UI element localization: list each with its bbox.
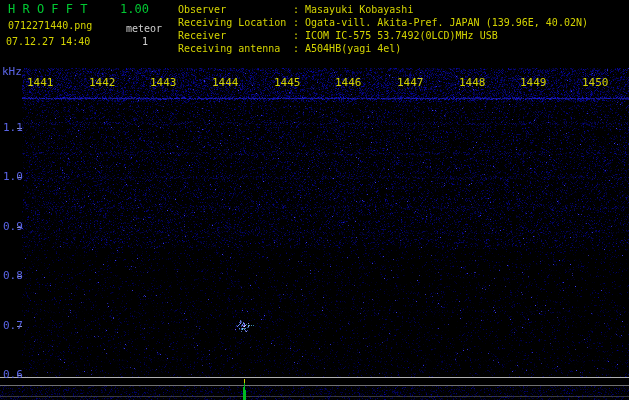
mode-label: meteor xyxy=(126,24,162,34)
freq-tick-label: 0.8 xyxy=(3,270,23,281)
info-separator: : xyxy=(293,29,299,42)
freq-axis-unit: kHz xyxy=(2,66,22,77)
info-separator: : xyxy=(293,16,299,29)
app-title: H R O F F T xyxy=(8,3,87,15)
hrofft-screen: H R O F F T 1.00 0712271440.png meteor 1… xyxy=(0,0,629,400)
time-tick-label: 1442 xyxy=(89,77,116,88)
datetime-label: 07.12.27 14:40 xyxy=(6,37,90,47)
meteor-count: 1 xyxy=(142,37,148,47)
info-value: Ogata-vill. Akita-Pref. JAPAN (139.96E, … xyxy=(305,17,588,28)
time-tick-label: 1443 xyxy=(150,77,177,88)
info-value: Masayuki Kobayashi xyxy=(305,4,413,15)
time-tick-label: 1447 xyxy=(397,77,424,88)
time-tick-label: 1445 xyxy=(274,77,301,88)
info-row-location: Receiving Location:Ogata-vill. Akita-Pre… xyxy=(178,16,588,29)
output-filename: 0712271440.png xyxy=(8,21,92,31)
info-row-antenna: Receiving antenna:A504HB(yagi 4el) xyxy=(178,42,588,55)
freq-tick-label: 1.1 xyxy=(3,122,23,133)
time-tick-label: 1446 xyxy=(335,77,362,88)
app-version: 1.00 xyxy=(120,3,149,15)
info-label: Receiving Location xyxy=(178,16,293,29)
info-value: A504HB(yagi 4el) xyxy=(305,43,401,54)
info-row-observer: Observer:Masayuki Kobayashi xyxy=(178,3,588,16)
info-value: ICOM IC-575 53.7492(0LCD)MHz USB xyxy=(305,30,498,41)
info-label: Receiving antenna xyxy=(178,42,293,55)
info-label: Receiver xyxy=(178,29,293,42)
spectrogram-canvas xyxy=(0,0,629,400)
station-info: Observer:Masayuki Kobayashi Receiving Lo… xyxy=(178,3,588,55)
freq-tick-label: 1.0 xyxy=(3,171,23,182)
time-tick-label: 1441 xyxy=(27,77,54,88)
info-label: Observer xyxy=(178,3,293,16)
time-tick-label: 1449 xyxy=(520,77,547,88)
info-row-receiver: Receiver:ICOM IC-575 53.7492(0LCD)MHz US… xyxy=(178,29,588,42)
freq-tick-label: 0.7 xyxy=(3,320,23,331)
freq-tick-label: 0.9 xyxy=(3,221,23,232)
time-tick-label: 1450 xyxy=(582,77,609,88)
info-separator: : xyxy=(293,3,299,16)
freq-tick-label: 0.6 xyxy=(3,369,23,380)
time-tick-label: 1444 xyxy=(212,77,239,88)
info-separator: : xyxy=(293,42,299,55)
time-tick-label: 1448 xyxy=(459,77,486,88)
